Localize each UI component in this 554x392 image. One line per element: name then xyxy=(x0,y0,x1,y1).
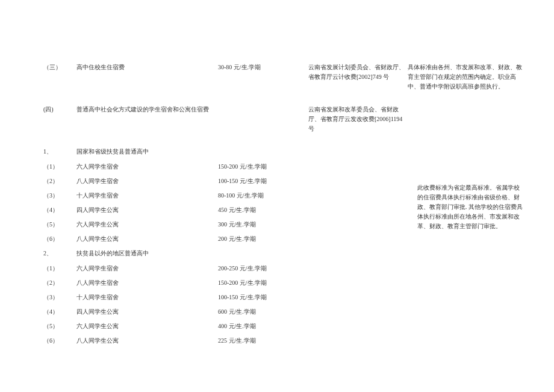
row-index: （1） xyxy=(42,160,75,174)
row-index: （1） xyxy=(42,261,75,276)
row-fee: 200 元/生.学期 xyxy=(217,232,307,246)
row-item: 十人间学生宿舍 xyxy=(75,188,217,203)
fee-table: （三） 高中住校生住宿费 30-80 元/生.学期 云南省发展计划委员会、省财政… xyxy=(42,60,525,348)
row-index: （4） xyxy=(42,305,75,319)
row-fee: 150-200 元/生.学期 xyxy=(217,160,307,174)
row-item: 八人间学生公寓 xyxy=(75,232,217,246)
row-fee: 30-80 元/生.学期 xyxy=(217,60,307,94)
row-basis: 云南省发展计划委员会、省财政厅、省教育厅云计收费[2002]749 号 xyxy=(307,60,406,94)
row-fee: 100-150 元/生.学期 xyxy=(217,174,307,188)
row-note xyxy=(406,94,525,145)
row-fee: 100-150 元/生.学期 xyxy=(217,290,307,305)
row-fee: 80-100 元/生.学期 xyxy=(217,188,307,203)
row-index: （5） xyxy=(42,319,75,334)
row-fee: 600 元/生.学期 xyxy=(217,305,307,319)
row-item: 高中住校生住宿费 xyxy=(75,60,217,94)
row-fee: 450 元/生.学期 xyxy=(217,203,307,217)
row-item: 六人间学生宿舍 xyxy=(75,261,217,276)
row-index: （2） xyxy=(42,174,75,188)
row-index: （6） xyxy=(42,334,75,348)
row-fee xyxy=(217,94,307,145)
row-index: （6） xyxy=(42,232,75,246)
row-fee: 225 元/生.学期 xyxy=(217,334,307,348)
row-note: 此收费标准为省定最高标准。省属学校的住宿费具体执行标准由省级价格、财政、教育部门… xyxy=(406,145,525,348)
row-fee: 150-200 元/生.学期 xyxy=(217,276,307,290)
row-index: 1、 xyxy=(42,145,75,160)
row-index: （3） xyxy=(42,290,75,305)
row-index: （2） xyxy=(42,276,75,290)
table-row: (四) 普通高中社会化方式建设的学生宿舍和公寓住宿费 云南省发展和改革委员会、省… xyxy=(42,94,525,145)
row-fee: 200-250 元/生.学期 xyxy=(217,261,307,276)
row-basis: 云南省发展和改革委员会、省财政厅、省教育厅云发改收费[2006]1194 号 xyxy=(307,94,406,145)
row-index: （三） xyxy=(42,60,75,94)
row-index: （3） xyxy=(42,188,75,203)
table-row: （三） 高中住校生住宿费 30-80 元/生.学期 云南省发展计划委员会、省财政… xyxy=(42,60,525,94)
row-item: 八人间学生宿舍 xyxy=(75,174,217,188)
row-item: 六人间学生公寓 xyxy=(75,217,217,232)
row-item: 六人间学生宿舍 xyxy=(75,160,217,174)
row-fee: 300 元/生.学期 xyxy=(217,217,307,232)
table-row: 1、 国家和省级扶贫县普通高中 此收费标准为省定最高标准。省属学校的住宿费具体执… xyxy=(42,145,525,160)
row-item: 八人间学生宿舍 xyxy=(75,276,217,290)
row-item: 十人间学生宿舍 xyxy=(75,290,217,305)
row-item: 四人间学生公寓 xyxy=(75,305,217,319)
row-note: 具体标准由各州、市发展和改革、财政、教育主管部门在规定的范围内确定。职业高中、普… xyxy=(406,60,525,94)
row-item: 国家和省级扶贫县普通高中 xyxy=(75,145,307,160)
row-item: 六人间学生公寓 xyxy=(75,319,217,334)
document-body: （三） 高中住校生住宿费 30-80 元/生.学期 云南省发展计划委员会、省财政… xyxy=(0,0,554,348)
row-index: (四) xyxy=(42,94,75,145)
row-item: 八人间学生公寓 xyxy=(75,334,217,348)
row-fee: 400 元/生.学期 xyxy=(217,319,307,334)
row-index: （4） xyxy=(42,203,75,217)
note-text: 此收费标准为省定最高标准。省属学校的住宿费具体执行标准由省级价格、财政、教育部门… xyxy=(417,183,524,231)
row-item: 扶贫县以外的地区普通高中 xyxy=(75,246,307,261)
row-index: （5） xyxy=(42,217,75,232)
row-index: 2、 xyxy=(42,246,75,261)
row-item: 四人间学生公寓 xyxy=(75,203,217,217)
row-item: 普通高中社会化方式建设的学生宿舍和公寓住宿费 xyxy=(75,94,217,145)
